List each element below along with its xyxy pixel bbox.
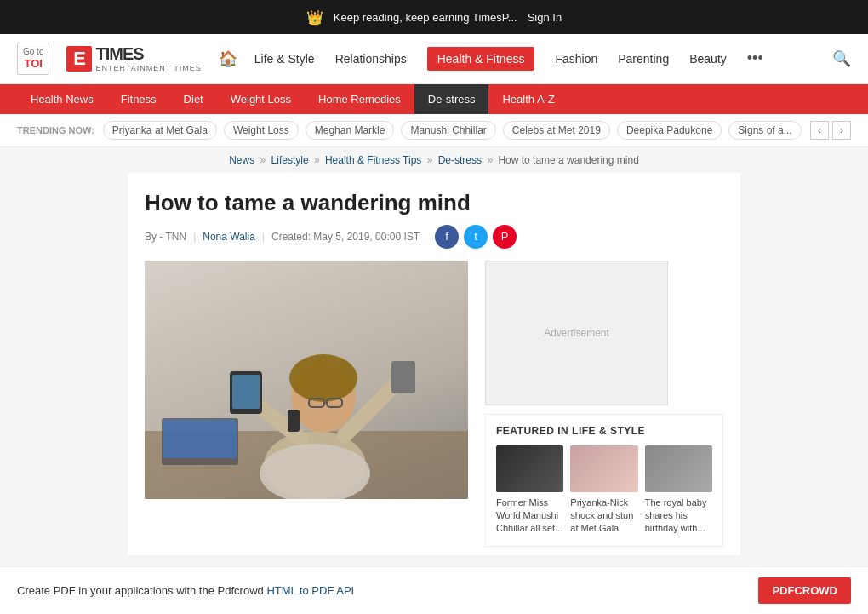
breadcrumb-current: How to tame a wandering mind [498,154,638,166]
svg-rect-13 [232,375,260,409]
meta-divider-2: | [262,231,265,243]
article-title: How to tame a wandering mind [145,190,723,216]
logo-e-icon: E [66,46,92,72]
subnav-home-remedies[interactable]: Home Remedies [305,84,414,114]
trending-bar: TRENDING NOW: Priyanka at Met Gala Weigh… [0,114,868,147]
breadcrumb-lifestyle[interactable]: Lifestyle [271,154,309,166]
sign-in-button[interactable]: Sign In [528,11,562,24]
home-icon[interactable]: 🏠 [219,49,237,68]
trending-tag-6[interactable]: Signs of a... [728,121,801,140]
social-icons: f t P [435,225,517,249]
featured-title: FEATURED IN LIFE & STYLE [496,425,712,437]
svg-point-5 [289,354,357,402]
nav-item-relationships[interactable]: Relationships [335,52,407,66]
breadcrumb-sep-4: » [487,154,495,166]
article-image-svg [145,261,468,499]
svg-rect-14 [288,410,300,432]
search-icon[interactable]: 🔍 [832,49,851,68]
nav-item-health-fitness[interactable]: Health & Fitness [427,47,535,71]
article-image-col [145,261,468,547]
twitter-share-button[interactable]: t [464,225,488,249]
featured-item-text-2: The royal baby shares his birthday with.… [645,496,712,536]
breadcrumb-destress[interactable]: De-stress [438,154,482,166]
toi-label: TOI [25,57,43,71]
trending-nav: ‹ › [810,121,851,140]
subnav-health-az[interactable]: Health A-Z [488,84,568,114]
featured-section: FEATURED IN LIFE & STYLE Former Miss Wor… [485,414,723,547]
header: Go to TOI E TIMES ENTERTAINMENT TIMES 🏠 … [0,34,868,84]
nav-item-life-style[interactable]: Life & Style [254,52,315,66]
pinterest-share-button[interactable]: P [493,225,517,249]
logo-times: TIMES ENTERTAINMENT TIMES [95,44,201,72]
trending-prev-button[interactable]: ‹ [810,121,829,140]
svg-rect-2 [163,420,237,458]
featured-item-text-1: Priyanka-Nick shock and stun at Met Gala [570,496,637,536]
article-created: Created: May 5, 2019, 00:00 IST [271,231,420,243]
subnav-health-news[interactable]: Health News [17,84,107,114]
sub-nav: Health News Fitness Diet Weight Loss Hom… [0,84,868,114]
featured-thumb-1 [570,445,637,492]
trending-tag-1[interactable]: Weight Loss [224,121,299,140]
breadcrumb: News » Lifestyle » Health & Fitness Tips… [0,147,868,173]
featured-items: Former Miss World Manushi Chhillar all s… [496,445,712,536]
nav-item-beauty[interactable]: Beauty [689,52,727,66]
featured-item-2[interactable]: The royal baby shares his birthday with.… [645,445,712,536]
subnav-weight-loss[interactable]: Weight Loss [217,84,305,114]
logo-times-main: TIMES [95,44,201,64]
breadcrumb-sep-1: » [260,154,269,166]
trending-tag-0[interactable]: Priyanka at Met Gala [103,121,217,140]
featured-item-0[interactable]: Former Miss World Manushi Chhillar all s… [496,445,563,536]
nav-more-button[interactable]: ••• [747,49,763,67]
goto-toi[interactable]: Go to TOI [17,43,49,75]
goto-label: Go to [23,47,43,57]
top-banner: 👑 Keep reading, keep earning TimesP... S… [0,0,868,34]
article-by: By - TNN [145,231,186,243]
trending-tag-3[interactable]: Manushi Chhillar [401,121,495,140]
featured-thumb-0 [496,445,563,492]
crown-icon: 👑 [306,9,323,26]
subnav-destress[interactable]: De-stress [414,84,489,114]
main-nav: Life & Style Relationships Health & Fitn… [254,47,815,71]
facebook-share-button[interactable]: f [435,225,459,249]
breadcrumb-health-fitness-tips[interactable]: Health & Fitness Tips [325,154,421,166]
breadcrumb-news[interactable]: News [229,154,254,166]
featured-thumb-2 [645,445,712,492]
top-banner-text: Keep reading, keep earning TimesP... [334,11,517,24]
logo-times-sub: ENTERTAINMENT TIMES [95,64,201,72]
featured-item-1[interactable]: Priyanka-Nick shock and stun at Met Gala [570,445,637,536]
svg-rect-11 [391,361,415,393]
subnav-diet[interactable]: Diet [170,84,217,114]
trending-tag-5[interactable]: Deepika Padukone [617,121,722,140]
main-content: How to tame a wandering mind By - TNN | … [128,173,740,555]
trending-label: TRENDING NOW: [17,125,94,135]
trending-tag-4[interactable]: Celebs at Met 2019 [503,121,610,140]
article-layout: Advertisement FEATURED IN LIFE & STYLE F… [145,261,723,547]
breadcrumb-sep-3: » [427,154,436,166]
nav-item-parenting[interactable]: Parenting [618,52,669,66]
logo-area[interactable]: E TIMES ENTERTAINMENT TIMES [66,44,201,72]
featured-item-text-0: Former Miss World Manushi Chhillar all s… [496,496,563,536]
article-meta: By - TNN | Nona Walia | Created: May 5, … [145,225,723,249]
ad-placeholder: Advertisement [485,261,668,405]
meta-divider-1: | [193,231,196,243]
nav-item-fashion[interactable]: Fashion [555,52,597,66]
trending-tags: Priyanka at Met Gala Weight Loss Meghan … [103,121,802,140]
breadcrumb-sep-2: » [314,154,323,166]
trending-next-button[interactable]: › [832,121,851,140]
subnav-fitness[interactable]: Fitness [107,84,170,114]
article-image [145,261,468,499]
article-side-col: Advertisement FEATURED IN LIFE & STYLE F… [485,261,723,547]
trending-tag-2[interactable]: Meghan Markle [306,121,395,140]
article-author[interactable]: Nona Walia [203,231,255,243]
